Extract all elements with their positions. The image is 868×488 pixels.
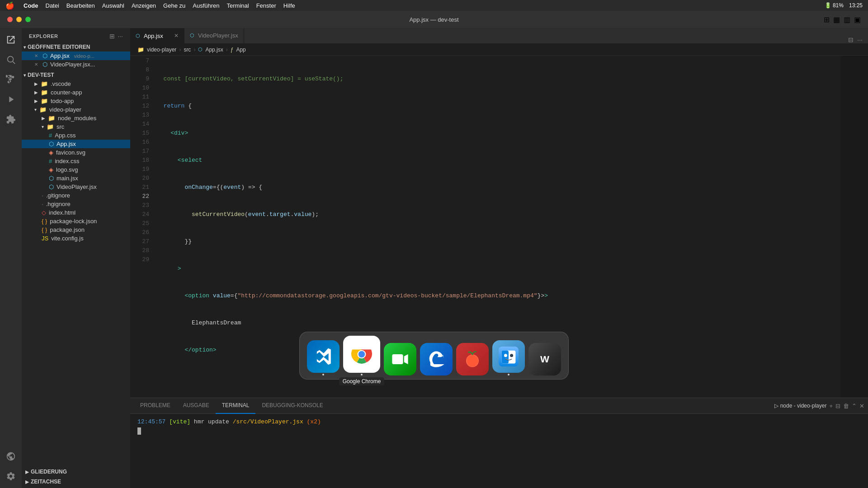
js-icon: JS bbox=[42, 235, 48, 242]
source-control-icon[interactable] bbox=[3, 71, 19, 88]
sidebar-package-lock[interactable]: { } package-lock.json bbox=[22, 217, 130, 225]
outline-section[interactable]: ▶ GLIEDERUNG bbox=[22, 467, 130, 476]
panel-tab-ausgabe[interactable]: AUSGABE bbox=[177, 398, 216, 414]
sidebar-video-player[interactable]: ▾ 📁 video-player bbox=[22, 105, 130, 114]
sidebar-app-css[interactable]: # App.css bbox=[22, 131, 130, 140]
split-terminal-icon[interactable]: ⊟ bbox=[835, 403, 840, 409]
minimap bbox=[841, 56, 868, 398]
folder-todo-icon: 📁 bbox=[41, 98, 48, 104]
layout-icon-3[interactable]: ▣ bbox=[854, 15, 861, 24]
run-icon[interactable] bbox=[3, 91, 19, 108]
sidebar-app-jsx[interactable]: ⬡ App.jsx bbox=[22, 140, 130, 148]
close-terminal-icon[interactable]: ✕ bbox=[859, 403, 864, 409]
search-icon[interactable] bbox=[3, 52, 19, 68]
dock-edge-icon[interactable] bbox=[420, 343, 453, 375]
open-file-appjsx[interactable]: ✕ ⬡ App.jsx video-p... bbox=[22, 52, 130, 60]
panel-tab-terminal[interactable]: TERMINAL bbox=[216, 398, 256, 414]
minimize-button[interactable] bbox=[16, 17, 22, 22]
breadcrumb-app[interactable]: App bbox=[236, 47, 245, 53]
menu-gehe-zu[interactable]: Gehe zu bbox=[163, 2, 185, 9]
dock-tomato-icon[interactable] bbox=[456, 343, 489, 375]
sidebar-counter-app[interactable]: ▶ 📁 counter-app bbox=[22, 88, 130, 97]
panel-tab-probleme[interactable]: PROBLEME bbox=[134, 398, 177, 414]
breadcrumb-sep3: › bbox=[226, 47, 228, 53]
sidebar-index-css[interactable]: # index.css bbox=[22, 157, 130, 165]
videoplayer-jsx-name: VideoPlayer.jsx bbox=[57, 183, 97, 190]
menu-datei[interactable]: Datei bbox=[46, 2, 59, 9]
sidebar-favicon[interactable]: ◈ favicon.svg bbox=[22, 148, 130, 157]
tab-appjsx-close[interactable]: ✕ bbox=[174, 33, 179, 39]
panel-tab-actions: ▷ node - video-player + ⊟ 🗑 ⌃ ✕ bbox=[774, 403, 864, 409]
open-file-videoplayer[interactable]: ✕ ⬡ VideoPlayer.jsx... bbox=[22, 60, 130, 69]
sidebar-vite-config[interactable]: JS vite.config.js bbox=[22, 234, 130, 243]
close-appjsx-icon[interactable]: ✕ bbox=[34, 53, 38, 58]
menu-terminal[interactable]: Terminal bbox=[227, 2, 249, 9]
terminal-content[interactable]: 12:45:57 [vite] hmr update /src/VideoPla… bbox=[130, 414, 868, 488]
open-editors-header[interactable]: ▾ GEÖFFNETE EDITOREN bbox=[22, 42, 130, 52]
dock-chrome-label: Google Chrome bbox=[339, 377, 385, 385]
breadcrumb-src[interactable]: src bbox=[184, 47, 191, 53]
menu-auswahl[interactable]: Auswahl bbox=[102, 2, 124, 9]
menu-ausfuehren[interactable]: Ausführen bbox=[193, 2, 219, 9]
tab-videoplayer[interactable]: ⬡ VideoPlayer.jsx bbox=[184, 28, 244, 43]
close-videoplayer-icon[interactable]: ✕ bbox=[34, 62, 38, 67]
sidebar-package-json[interactable]: { } package.json bbox=[22, 225, 130, 234]
timeline-section[interactable]: ▶ ZEITACHSE bbox=[22, 477, 130, 486]
sidebar-gitignore[interactable]: · .gitignore bbox=[22, 191, 130, 200]
trash-terminal-icon[interactable]: 🗑 bbox=[843, 403, 849, 409]
dock-vscode-icon[interactable] bbox=[307, 340, 340, 373]
expand-terminal-icon[interactable]: ⌃ bbox=[852, 403, 857, 409]
explorer-icon[interactable] bbox=[3, 32, 19, 48]
folder-node-icon: 📁 bbox=[48, 115, 55, 122]
line-num-19: 19 bbox=[134, 165, 149, 174]
terminal-cursor-line bbox=[137, 427, 861, 436]
split-icon[interactable]: ⊟ bbox=[848, 36, 854, 43]
remote-icon[interactable] bbox=[3, 448, 19, 465]
menu-code[interactable]: Code bbox=[24, 2, 38, 9]
layout-icon[interactable]: ▦ bbox=[833, 15, 840, 24]
sidebar-node-modules[interactable]: ▶ 📁 node_modules bbox=[22, 114, 130, 122]
line-num-26: 26 bbox=[134, 228, 149, 237]
sidebar-todo-app[interactable]: ▶ 📁 todo-app bbox=[22, 97, 130, 105]
menu-anzeigen[interactable]: Anzeigen bbox=[132, 2, 156, 9]
sidebar-src[interactable]: ▾ 📁 src bbox=[22, 122, 130, 131]
traffic-lights bbox=[7, 17, 31, 22]
dock-camtwist-icon[interactable] bbox=[384, 343, 416, 375]
line-num-12: 12 bbox=[134, 102, 149, 111]
sidebar-main-jsx[interactable]: ⬡ main.jsx bbox=[22, 174, 130, 183]
jsx-file-icon: ⬡ bbox=[42, 52, 47, 59]
menu-hilfe[interactable]: Hilfe bbox=[283, 2, 295, 9]
svg-icon-logo: ◈ bbox=[49, 166, 53, 173]
code-line-13: }} bbox=[153, 237, 841, 246]
dock-whisk-icon[interactable]: W bbox=[528, 343, 561, 375]
more-icon[interactable]: ··· bbox=[857, 36, 863, 43]
menu-bearbeiten[interactable]: Bearbeiten bbox=[66, 2, 95, 9]
panel-tab-debugging[interactable]: DEBUGGING-KONSOLE bbox=[255, 398, 329, 414]
maximize-button[interactable] bbox=[25, 17, 31, 22]
sidebar-index-html[interactable]: ◇ index.html bbox=[22, 208, 130, 217]
sidebar-vscode[interactable]: ▶ 📁 .vscode bbox=[22, 80, 130, 88]
tabs-bar: ⬡ App.jsx ✕ ⬡ VideoPlayer.jsx ⊟ ··· bbox=[130, 28, 868, 44]
sidebar-hgignore[interactable]: · .hgignore bbox=[22, 200, 130, 208]
tab-appjsx[interactable]: ⬡ App.jsx ✕ bbox=[130, 28, 184, 43]
svg-text:W: W bbox=[540, 354, 549, 364]
new-file-icon[interactable]: ⊞ bbox=[109, 33, 115, 40]
add-terminal-icon[interactable]: + bbox=[829, 403, 833, 409]
dock-finder-icon[interactable] bbox=[492, 340, 525, 373]
sidebar-videoplayer-jsx[interactable]: ⬡ VideoPlayer.jsx bbox=[22, 183, 130, 191]
folder-counter-icon: 📁 bbox=[41, 89, 48, 96]
breadcrumb-video-player[interactable]: video-player bbox=[147, 47, 176, 53]
breadcrumb-appjsx[interactable]: App.jsx bbox=[205, 47, 223, 53]
layout-icon-2[interactable]: ▥ bbox=[844, 15, 850, 24]
devtest-header[interactable]: ▾ DEV-TEST bbox=[22, 70, 130, 80]
split-editor-icon[interactable]: ⊞ bbox=[824, 15, 830, 24]
menu-fenster[interactable]: Fenster bbox=[256, 2, 276, 9]
apple-menu[interactable]: 🍎 bbox=[5, 1, 14, 10]
dock-chrome-icon[interactable] bbox=[343, 336, 380, 373]
close-button[interactable] bbox=[7, 17, 13, 22]
extensions-icon[interactable] bbox=[3, 111, 19, 127]
more-options-icon[interactable]: ··· bbox=[118, 33, 123, 40]
dock-tomato-container bbox=[456, 343, 489, 375]
settings-icon[interactable] bbox=[3, 468, 19, 484]
sidebar-logo-svg[interactable]: ◈ logo.svg bbox=[22, 165, 130, 174]
